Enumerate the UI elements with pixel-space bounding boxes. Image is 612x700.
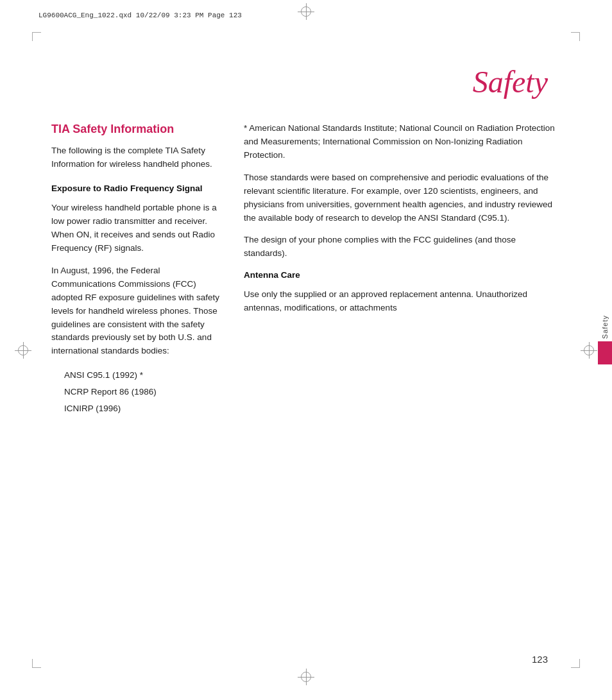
side-tab: Safety xyxy=(598,315,612,364)
left-paragraph-1: Your wireless handheld portable phone is… xyxy=(51,201,225,255)
section-title: TIA Safety Information xyxy=(51,122,225,137)
right-paragraph-3: The design of your phone complies with t… xyxy=(244,234,561,260)
subsection-title-rf: Exposure to Radio Frequency Signal xyxy=(51,183,225,195)
right-paragraph-1: * American National Standards Institute;… xyxy=(244,122,561,162)
corner-mark-br xyxy=(571,659,580,668)
side-tab-bar xyxy=(598,341,612,364)
list-item: NCRP Report 86 (1986) xyxy=(64,384,225,400)
reg-mark-left xyxy=(18,345,28,355)
section-intro: The following is the complete TIA Safety… xyxy=(51,144,225,171)
reg-mark-bottom xyxy=(301,672,311,682)
left-paragraph-2: In August, 1996, the Federal Communicati… xyxy=(51,264,225,358)
right-paragraph-2: Those standards were based on comprehens… xyxy=(244,171,561,225)
list-item: ANSI C95.1 (1992) * xyxy=(64,367,225,384)
page-container: LG9600ACG_Eng_1022.qxd 10/22/09 3:23 PM … xyxy=(0,0,612,700)
list-item: ICNIRP (1996) xyxy=(64,400,225,417)
corner-mark-tl xyxy=(32,32,41,41)
page-number: 123 xyxy=(532,654,548,665)
standards-list: ANSI C95.1 (1992) * NCRP Report 86 (1986… xyxy=(64,367,225,416)
side-tab-label: Safety xyxy=(601,315,609,339)
right-paragraph-4: Use only the supplied or an approved rep… xyxy=(244,288,561,315)
reg-mark-right xyxy=(584,345,594,355)
right-column: * American National Standards Institute;… xyxy=(244,122,561,649)
left-column: TIA Safety Information The following is … xyxy=(51,122,225,649)
corner-mark-bl xyxy=(32,659,41,668)
page-header: LG9600ACG_Eng_1022.qxd 10/22/09 3:23 PM … xyxy=(38,12,574,19)
header-text: LG9600ACG_Eng_1022.qxd 10/22/09 3:23 PM … xyxy=(38,12,242,19)
subsection-title-antenna: Antenna Care xyxy=(244,269,561,282)
corner-mark-tr xyxy=(571,32,580,41)
page-title: Safety xyxy=(473,64,548,99)
content-area: TIA Safety Information The following is … xyxy=(51,122,561,649)
